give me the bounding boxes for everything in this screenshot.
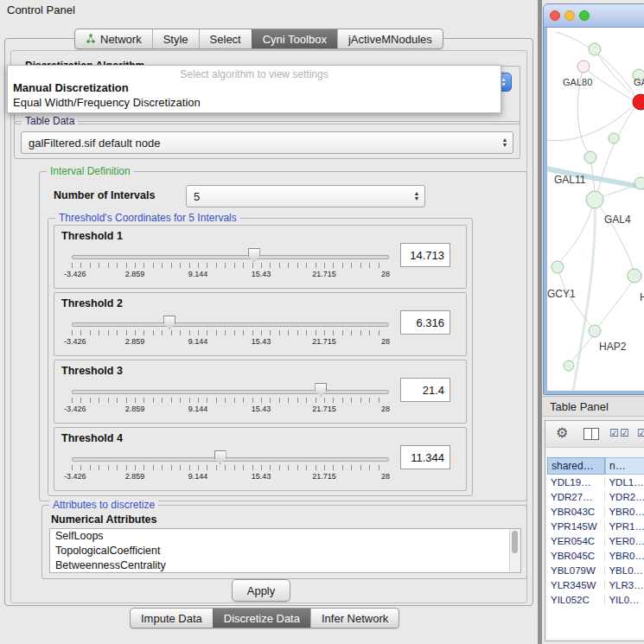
tab-infer-network-label: Infer Network xyxy=(322,612,388,625)
table-row[interactable]: YER054CYER0… xyxy=(547,533,644,548)
zoom-window-icon[interactable] xyxy=(579,10,590,21)
slider-ticks xyxy=(72,465,387,470)
table-data-combo[interactable]: galFiltered.sif default node ▲▼ xyxy=(21,131,513,154)
dropdown-hint: Select algorithm to view settings xyxy=(8,68,501,80)
node-label: HAP2 xyxy=(599,341,627,353)
network-node xyxy=(589,43,601,55)
combo-stepper-icon: ▲▼ xyxy=(497,137,513,148)
table-row[interactable]: YLR345WYLR3… xyxy=(547,577,644,592)
threshold-slider[interactable]: -3.426 2.859 9.144 15.43 21.715 28 xyxy=(72,246,387,284)
threshold-value-field[interactable] xyxy=(400,445,450,469)
bottom-tab-bar: Impute Data Discretize Data Infer Networ… xyxy=(130,608,399,628)
node-label: GCY1 xyxy=(547,288,576,300)
table-row[interactable]: YBR043CYBR0… xyxy=(547,504,644,519)
tick-label: 9.144 xyxy=(188,405,208,413)
num-intervals-combo[interactable]: 5 ▲▼ xyxy=(186,185,425,207)
tab-impute-data[interactable]: Impute Data xyxy=(131,609,213,628)
table-row[interactable]: YIL052CYIL0… xyxy=(547,592,644,607)
column-header-name[interactable]: n… xyxy=(605,457,644,475)
num-intervals-value: 5 xyxy=(187,190,409,203)
minimize-window-icon[interactable] xyxy=(564,10,575,21)
close-window-icon[interactable] xyxy=(550,10,560,21)
tab-network-label: Network xyxy=(100,33,142,46)
node-label: GAL80 xyxy=(563,77,592,87)
tab-infer-network[interactable]: Infer Network xyxy=(310,609,399,628)
tick-label: 21.715 xyxy=(312,472,336,481)
tab-jactivemnodules[interactable]: jActiveMNodules xyxy=(337,29,443,48)
gear-icon[interactable]: ⚙ xyxy=(556,424,568,441)
tab-discretize-data[interactable]: Discretize Data xyxy=(213,609,310,628)
tick-label: 28 xyxy=(381,472,390,481)
scrollbar-thumb[interactable] xyxy=(512,531,518,553)
threshold-value-field[interactable] xyxy=(400,378,450,402)
list-item[interactable]: SelfLoops xyxy=(50,529,520,544)
slider-track xyxy=(72,255,389,259)
threshold-label: Threshold 3 xyxy=(61,365,123,377)
table-row[interactable]: YBR045CYBR0… xyxy=(547,548,644,563)
tab-impute-data-label: Impute Data xyxy=(141,612,202,625)
dropdown-option-manual[interactable]: Manual Discretization xyxy=(13,81,129,94)
table-row[interactable]: YDR27…YDR2… xyxy=(547,489,644,504)
slider-thumb[interactable] xyxy=(163,316,175,329)
tick-label: -3.426 xyxy=(64,270,86,278)
tick-label: 15.43 xyxy=(252,472,271,481)
threshold-panel-2: Threshold 2 -3.426 2.859 9.144 15.43 21.… xyxy=(54,292,467,356)
threshold-value-field[interactable] xyxy=(400,310,450,335)
apply-button[interactable]: Apply xyxy=(232,579,290,602)
algorithm-dropdown-popup: Select algorithm to view settings Manual… xyxy=(7,65,501,113)
attributes-group-title: Attributes to discretize xyxy=(49,499,158,511)
network-node xyxy=(584,151,596,163)
interval-group-title: Interval Definition xyxy=(47,165,134,177)
network-view-window[interactable]: GAL80 GA GAL11 GAL4 GCY1 HAP2 H xyxy=(543,3,644,395)
num-intervals-label: Number of Intervals xyxy=(54,189,155,201)
table-row[interactable]: YPR145WYPR1… xyxy=(547,519,644,533)
network-node xyxy=(552,261,564,273)
tab-jactivemnodules-label: jActiveMNodules xyxy=(348,33,432,46)
slider-track xyxy=(72,457,389,462)
combo-stepper-icon: ▲▼ xyxy=(409,191,424,201)
columns-icon[interactable] xyxy=(583,428,599,440)
threshold-value-field[interactable] xyxy=(400,243,450,267)
threshold-slider[interactable]: -3.426 2.859 9.144 15.43 21.715 28 xyxy=(72,449,387,487)
network-node xyxy=(577,61,590,73)
tick-label: 28 xyxy=(381,337,390,346)
network-window-titlebar[interactable] xyxy=(544,4,644,28)
network-canvas[interactable]: GAL80 GA GAL11 GAL4 GCY1 HAP2 H xyxy=(547,28,644,391)
list-item[interactable]: TopologicalCoefficient xyxy=(50,544,520,558)
tick-label: 9.144 xyxy=(188,472,208,481)
threshold-label: Threshold 1 xyxy=(61,230,123,242)
slider-ticks xyxy=(72,263,387,268)
network-node xyxy=(564,360,574,371)
checkbox-icon[interactable]: ☑ xyxy=(637,427,644,439)
slider-ticks xyxy=(72,330,387,335)
tick-label: 21.715 xyxy=(312,270,336,278)
tab-network[interactable]: Network xyxy=(75,29,152,48)
slider-thumb[interactable] xyxy=(214,450,226,464)
slider-thumb[interactable] xyxy=(315,383,327,397)
threshold-slider[interactable]: -3.426 2.859 9.144 15.43 21.715 28 xyxy=(72,381,387,419)
checkbox-icon[interactable]: ☑ xyxy=(620,427,629,439)
tick-label: 28 xyxy=(381,405,390,413)
panel-divider[interactable] xyxy=(538,0,542,644)
table-data-group-title: Table Data xyxy=(22,115,78,127)
node-label: H xyxy=(640,291,644,303)
tick-label: -3.426 xyxy=(64,472,86,481)
list-item[interactable]: BetweennessCentrality xyxy=(50,558,520,573)
table-row[interactable]: YBL079WYBL0… xyxy=(547,563,644,577)
slider-thumb[interactable] xyxy=(248,248,260,262)
threshold-panel-3: Threshold 3 -3.426 2.859 9.144 15.43 21.… xyxy=(54,360,467,424)
tick-label: 15.43 xyxy=(252,405,271,413)
network-tab-icon xyxy=(86,34,96,44)
attributes-list[interactable]: SelfLoops TopologicalCoefficient Between… xyxy=(49,528,521,573)
tab-cyni-toolbox[interactable]: Cyni Toolbox xyxy=(252,29,337,48)
tab-select[interactable]: Select xyxy=(199,29,252,48)
column-header-shared-name[interactable]: shared… xyxy=(547,457,605,475)
dropdown-option-equal-width[interactable]: Equal Width/Frequency Discretization xyxy=(13,96,201,109)
tab-style[interactable]: Style xyxy=(152,29,199,48)
tab-discretize-data-label: Discretize Data xyxy=(224,612,300,625)
checkbox-icon[interactable]: ☑ xyxy=(609,427,619,439)
list-scrollbar[interactable] xyxy=(509,529,520,572)
threshold-slider[interactable]: -3.426 2.859 9.144 15.43 21.715 28 xyxy=(72,314,387,352)
stepper-down-icon: ▼ xyxy=(501,82,507,87)
table-row[interactable]: YDL19…YDL1… xyxy=(547,475,644,489)
